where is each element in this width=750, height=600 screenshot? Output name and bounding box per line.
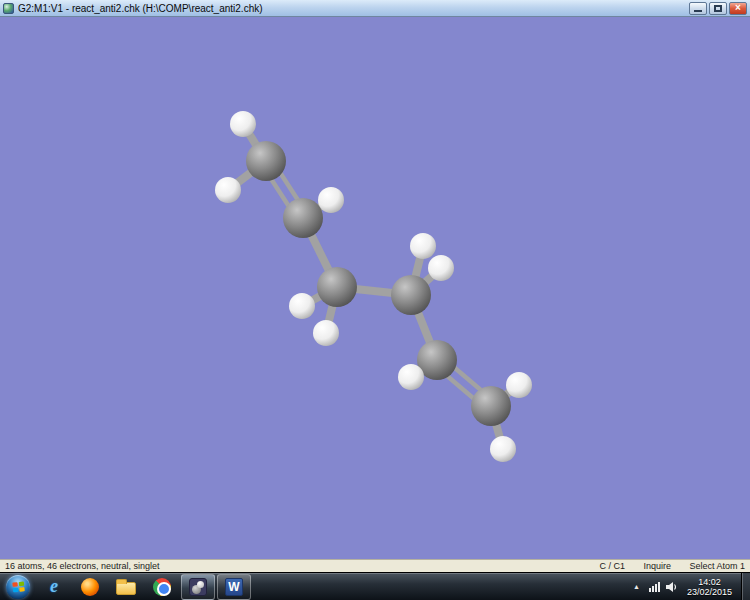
status-molecule-info: 16 atoms, 46 electrons, neutral, singlet bbox=[5, 561, 160, 571]
windows-flag-icon bbox=[12, 581, 25, 593]
atom-H-2[interactable] bbox=[215, 177, 241, 203]
atom-H-9[interactable] bbox=[410, 233, 436, 259]
close-button[interactable]: × bbox=[729, 2, 747, 15]
atom-H-4[interactable] bbox=[318, 187, 344, 213]
atom-C-5[interactable] bbox=[317, 267, 357, 307]
show-desktop-button[interactable] bbox=[741, 573, 750, 600]
word-icon: W bbox=[225, 578, 243, 596]
atom-C-1[interactable] bbox=[246, 141, 286, 181]
windows-explorer-icon[interactable] bbox=[109, 574, 143, 600]
gaussview-app-icon bbox=[3, 3, 14, 14]
atom-H-15[interactable] bbox=[490, 436, 516, 462]
atom-C-13[interactable] bbox=[471, 386, 511, 426]
atom-H-10[interactable] bbox=[428, 255, 454, 281]
minimize-button[interactable] bbox=[689, 2, 707, 15]
atom-H-7[interactable] bbox=[313, 320, 339, 346]
window-controls: × bbox=[689, 2, 747, 15]
start-button[interactable] bbox=[6, 575, 30, 599]
internet-explorer-icon[interactable]: e bbox=[37, 574, 71, 600]
atom-H-0[interactable] bbox=[230, 111, 256, 137]
molecule-model[interactable] bbox=[0, 17, 750, 559]
atom-C-3[interactable] bbox=[283, 198, 323, 238]
atom-H-14[interactable] bbox=[506, 372, 532, 398]
system-tray: ▲ 14:02 23/02/2015 bbox=[627, 573, 750, 600]
chrome-icon[interactable] bbox=[145, 574, 179, 600]
window-title: G2:M1:V1 - react_anti2.chk (H:\COMP\reac… bbox=[18, 3, 263, 14]
gaussview-taskbar-button[interactable] bbox=[181, 574, 215, 600]
volume-icon[interactable] bbox=[666, 582, 677, 592]
gaussview-window: G2:M1:V1 - react_anti2.chk (H:\COMP\reac… bbox=[0, 0, 750, 600]
status-mode: Inquire bbox=[643, 561, 671, 571]
taskbar: e W ▲ 14:02 bbox=[0, 572, 750, 600]
maximize-button[interactable] bbox=[709, 2, 727, 15]
atom-C-8[interactable] bbox=[391, 275, 431, 315]
gaussview-icon bbox=[189, 578, 207, 596]
atom-H-6[interactable] bbox=[289, 293, 315, 319]
molecule-viewport[interactable] bbox=[0, 17, 750, 559]
show-hidden-icons-button[interactable]: ▲ bbox=[627, 583, 646, 590]
status-selection: Select Atom 1 bbox=[689, 561, 745, 571]
title-bar[interactable]: G2:M1:V1 - react_anti2.chk (H:\COMP\reac… bbox=[0, 0, 750, 17]
taskbar-clock[interactable]: 14:02 23/02/2015 bbox=[680, 577, 741, 597]
firefox-icon[interactable] bbox=[73, 574, 107, 600]
status-right-group: C / C1 Inquire Select Atom 1 bbox=[583, 561, 745, 571]
status-bar: 16 atoms, 46 electrons, neutral, singlet… bbox=[0, 559, 750, 572]
status-atom-type: C / C1 bbox=[599, 561, 625, 571]
clock-date: 23/02/2015 bbox=[687, 587, 732, 597]
clock-time: 14:02 bbox=[687, 577, 732, 587]
atom-H-12[interactable] bbox=[398, 364, 424, 390]
word-taskbar-button[interactable]: W bbox=[217, 574, 251, 600]
network-icon[interactable] bbox=[649, 582, 660, 592]
